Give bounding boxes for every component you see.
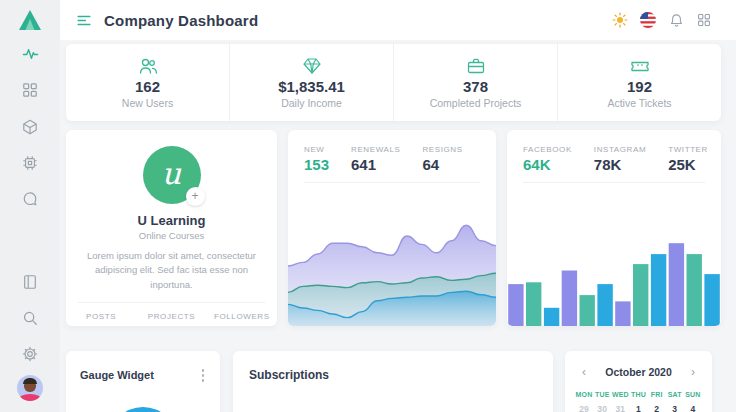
ticket-icon (630, 56, 650, 76)
header-actions (612, 12, 712, 28)
sidebar-item-chat[interactable] (0, 191, 60, 207)
avatar (17, 375, 43, 401)
social-stats: FACEBOOK 64K INSTAGRAM 78K TWITTER 25K (507, 130, 721, 182)
subscribers-chart-card: NEW 153 RENEWALS 641 RESIGNS 64 (288, 130, 496, 326)
stat-new: NEW 153 (304, 145, 329, 173)
sidebar-item-settings[interactable] (0, 346, 60, 362)
profile-stat-projects: PROJECTS 261 (136, 312, 206, 326)
hamburger-menu-button[interactable] (76, 12, 92, 28)
stat-label: New Users (122, 97, 173, 109)
bell-icon (669, 13, 684, 28)
apps-grid-icon (697, 13, 711, 27)
calendar-prev-button[interactable]: ‹ (579, 365, 589, 379)
profile-stat-followers: FOLLOWERS 32K (207, 312, 277, 326)
area-chart (288, 206, 496, 326)
divider (78, 302, 265, 303)
add-follow-button[interactable]: + (186, 187, 205, 206)
stat-daily-income: $1,835.41 Daily Income (229, 44, 393, 121)
grid-icon (22, 82, 38, 98)
sidebar-item-search[interactable] (0, 310, 60, 326)
divider (523, 182, 705, 183)
gauge-widget-card: Gauge Widget (66, 351, 220, 412)
profile-description: Lorem ipsum dolor sit amet, consectetur … (80, 249, 263, 292)
stat-value: $1,835.41 (278, 78, 345, 95)
calendar-date[interactable]: 1 (629, 404, 647, 412)
stat-renewals: RENEWALS 641 (351, 145, 400, 173)
users-icon (138, 56, 158, 76)
calendar-date[interactable]: 29 (575, 404, 593, 412)
subscriptions-chart-card: Subscriptions 800 (233, 351, 553, 412)
calendar-week-row: 29 30 31 1 2 3 4 (575, 404, 702, 412)
calendar-month-title: October 2020 (605, 366, 672, 378)
profile-subtitle: Online Courses (66, 230, 277, 241)
calendar-date[interactable]: 2 (648, 404, 666, 412)
stat-value: 378 (463, 78, 488, 95)
calendar-card: ‹ October 2020 › MON TUE WED THU FRI SAT… (565, 351, 712, 412)
profile-stat-posts: POSTS 864 (66, 312, 136, 326)
stat-active-tickets: 192 Active Tickets (557, 44, 721, 121)
sidebar (0, 0, 60, 412)
sun-icon (612, 12, 628, 28)
journal-icon (22, 274, 38, 290)
gear-icon (22, 346, 38, 362)
card-title: Gauge Widget (80, 369, 154, 381)
sidebar-item-components[interactable] (0, 119, 60, 135)
notifications-button[interactable] (668, 12, 684, 28)
activity-icon (22, 46, 39, 63)
search-icon (22, 310, 38, 326)
card-title: Subscriptions (249, 368, 537, 382)
language-selector-button[interactable] (640, 12, 656, 28)
sidebar-item-system[interactable] (0, 155, 60, 171)
theme-toggle-button[interactable] (612, 12, 628, 28)
briefcase-icon (466, 56, 486, 76)
stat-new-users: 162 New Users (66, 44, 229, 121)
page-title: Company Dashboard (104, 12, 258, 29)
stat-label: Daily Income (281, 97, 342, 109)
profile-stats: POSTS 864 PROJECTS 261 FOLLOWERS 32K (66, 312, 277, 326)
subscribers-stats: NEW 153 RENEWALS 641 RESIGNS 64 (288, 130, 496, 182)
sidebar-item-docs[interactable] (0, 274, 60, 290)
kebab-menu-button[interactable] (198, 367, 209, 384)
sidebar-user-avatar[interactable] (0, 375, 60, 401)
gauge-arc (109, 407, 177, 412)
stat-facebook: FACEBOOK 64K (523, 145, 572, 173)
top-header: Company Dashboard (60, 0, 736, 40)
stat-label: Completed Projects (430, 97, 522, 109)
chat-bubble-icon (22, 191, 38, 207)
diamond-icon (302, 56, 322, 76)
stat-resigns: RESIGNS 64 (422, 145, 462, 173)
triangle-logo-icon (17, 8, 43, 32)
calendar-day-headers: MON TUE WED THU FRI SAT SUN (575, 391, 702, 398)
stat-twitter: TWITTER 25K (668, 145, 708, 173)
profile-name: U Learning (66, 213, 277, 228)
calendar-date[interactable]: 4 (684, 404, 702, 412)
stat-completed-projects: 378 Completed Projects (393, 44, 557, 121)
calendar-next-button[interactable]: › (688, 365, 698, 379)
app-logo[interactable] (0, 8, 60, 32)
bar-chart (507, 231, 721, 326)
apps-menu-button[interactable] (696, 12, 712, 28)
stat-instagram: INSTAGRAM 78K (594, 145, 646, 173)
divider (304, 182, 480, 183)
stat-label: Active Tickets (607, 97, 671, 109)
hamburger-icon (76, 12, 92, 29)
calendar-date[interactable]: 3 (666, 404, 684, 412)
us-flag-icon (640, 12, 656, 28)
sidebar-item-activity[interactable] (0, 46, 60, 63)
stat-value: 192 (627, 78, 652, 95)
profile-card: u + U Learning Online Courses Lorem ipsu… (66, 130, 277, 326)
stats-summary-card: 162 New Users $1,835.41 Daily Income 378… (66, 44, 721, 121)
cube-icon (22, 119, 38, 135)
cpu-icon (22, 155, 38, 171)
sidebar-item-widgets[interactable] (0, 82, 60, 98)
calendar-date[interactable]: 31 (611, 404, 629, 412)
calendar-date[interactable]: 30 (593, 404, 611, 412)
social-chart-card: FACEBOOK 64K INSTAGRAM 78K TWITTER 25K (507, 130, 721, 326)
stat-value: 162 (135, 78, 160, 95)
